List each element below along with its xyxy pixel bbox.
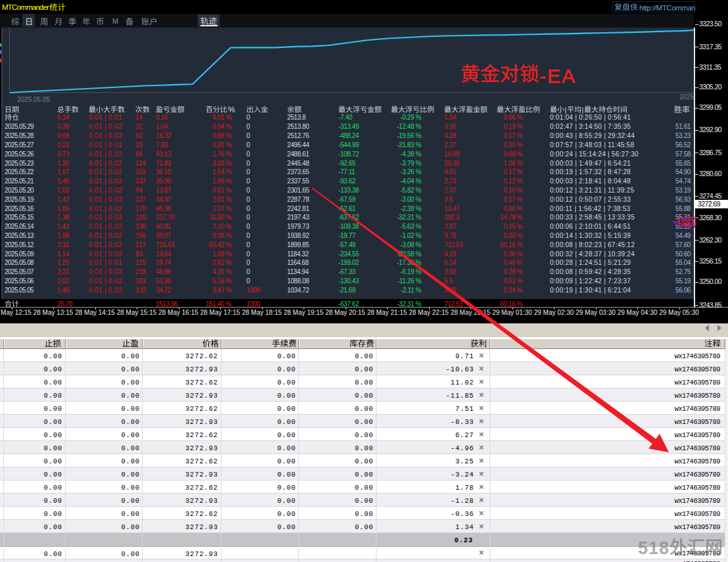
svg-text:3267: 3267 <box>681 219 694 226</box>
